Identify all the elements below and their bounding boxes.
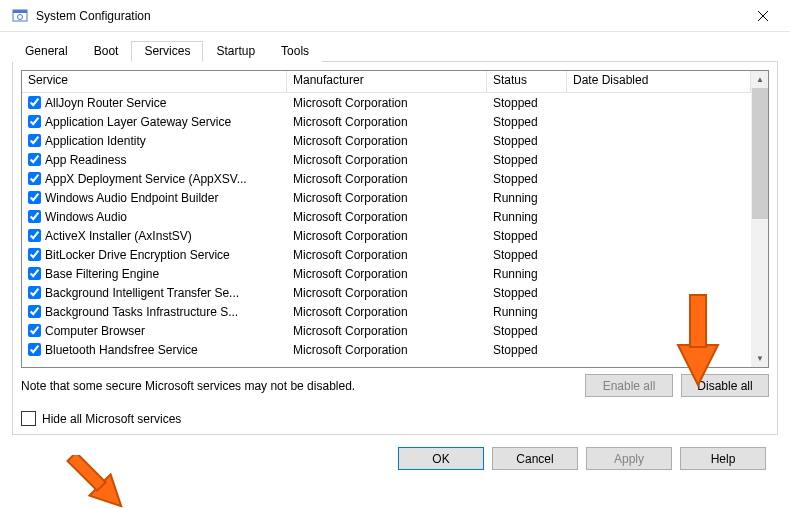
manufacturer-cell: Microsoft Corporation [287,96,487,110]
help-button[interactable]: Help [680,447,766,470]
service-checkbox[interactable] [28,191,41,204]
status-cell: Stopped [487,343,567,357]
status-cell: Running [487,210,567,224]
table-row[interactable]: Windows Audio Endpoint BuilderMicrosoft … [22,188,751,207]
service-checkbox[interactable] [28,115,41,128]
scroll-up-icon[interactable]: ▲ [752,71,768,88]
disable-all-button[interactable]: Disable all [681,374,769,397]
tab-startup[interactable]: Startup [203,41,268,62]
status-cell: Stopped [487,115,567,129]
cancel-button[interactable]: Cancel [492,447,578,470]
scrollbar-vertical[interactable]: ▲ ▼ [751,71,768,367]
window-title: System Configuration [36,9,740,23]
service-name: Application Identity [45,134,146,148]
table-row[interactable]: Base Filtering EngineMicrosoft Corporati… [22,264,751,283]
service-name: Application Layer Gateway Service [45,115,231,129]
service-name: Background Tasks Infrastructure S... [45,305,238,319]
manufacturer-cell: Microsoft Corporation [287,134,487,148]
listview-header: Service Manufacturer Status Date Disable… [22,71,751,93]
column-header-status[interactable]: Status [487,71,567,93]
tab-panel-services: Service Manufacturer Status Date Disable… [12,62,778,435]
service-checkbox[interactable] [28,324,41,337]
service-checkbox[interactable] [28,210,41,223]
apply-button[interactable]: Apply [586,447,672,470]
service-checkbox[interactable] [28,267,41,280]
service-checkbox[interactable] [28,305,41,318]
service-checkbox[interactable] [28,248,41,261]
svg-rect-1 [13,10,27,13]
column-header-date-disabled[interactable]: Date Disabled [567,71,751,93]
table-row[interactable]: App ReadinessMicrosoft CorporationStoppe… [22,150,751,169]
scroll-thumb[interactable] [752,88,768,219]
service-name: AppX Deployment Service (AppXSV... [45,172,247,186]
status-cell: Stopped [487,248,567,262]
service-name: Windows Audio Endpoint Builder [45,191,218,205]
table-row[interactable]: Background Intelligent Transfer Se...Mic… [22,283,751,302]
table-row[interactable]: BitLocker Drive Encryption ServiceMicros… [22,245,751,264]
service-name: Background Intelligent Transfer Se... [45,286,239,300]
manufacturer-cell: Microsoft Corporation [287,286,487,300]
table-row[interactable]: Background Tasks Infrastructure S...Micr… [22,302,751,321]
tab-boot[interactable]: Boot [81,41,132,62]
table-row[interactable]: ActiveX Installer (AxInstSV)Microsoft Co… [22,226,751,245]
manufacturer-cell: Microsoft Corporation [287,305,487,319]
manufacturer-cell: Microsoft Corporation [287,248,487,262]
manufacturer-cell: Microsoft Corporation [287,343,487,357]
service-name: Windows Audio [45,210,127,224]
manufacturer-cell: Microsoft Corporation [287,267,487,281]
service-name: AllJoyn Router Service [45,96,166,110]
enable-all-button[interactable]: Enable all [585,374,673,397]
table-row[interactable]: AllJoyn Router ServiceMicrosoft Corporat… [22,93,751,112]
status-cell: Stopped [487,172,567,186]
table-row[interactable]: Application IdentityMicrosoft Corporatio… [22,131,751,150]
service-checkbox[interactable] [28,172,41,185]
note-text: Note that some secure Microsoft services… [21,379,577,393]
service-checkbox[interactable] [28,343,41,356]
status-cell: Stopped [487,153,567,167]
status-cell: Stopped [487,134,567,148]
tab-tools[interactable]: Tools [268,41,322,62]
status-cell: Stopped [487,286,567,300]
close-button[interactable] [740,0,786,32]
status-cell: Stopped [487,229,567,243]
column-header-service[interactable]: Service [22,71,287,93]
scroll-down-icon[interactable]: ▼ [752,350,768,367]
hide-ms-services-label[interactable]: Hide all Microsoft services [42,412,181,426]
status-cell: Running [487,305,567,319]
service-name: Bluetooth Handsfree Service [45,343,198,357]
table-row[interactable]: Computer BrowserMicrosoft CorporationSto… [22,321,751,340]
service-checkbox[interactable] [28,96,41,109]
service-name: BitLocker Drive Encryption Service [45,248,230,262]
service-checkbox[interactable] [28,153,41,166]
service-checkbox[interactable] [28,286,41,299]
service-name: Base Filtering Engine [45,267,159,281]
tab-strip: General Boot Services Startup Tools [12,40,778,62]
status-cell: Running [487,191,567,205]
app-icon [12,8,28,24]
hide-ms-services-checkbox[interactable] [21,411,36,426]
tab-services[interactable]: Services [131,41,203,62]
table-row[interactable]: Windows AudioMicrosoft CorporationRunnin… [22,207,751,226]
table-row[interactable]: AppX Deployment Service (AppXSV...Micros… [22,169,751,188]
table-row[interactable]: Application Layer Gateway ServiceMicroso… [22,112,751,131]
service-name: Computer Browser [45,324,145,338]
status-cell: Stopped [487,324,567,338]
ok-button[interactable]: OK [398,447,484,470]
manufacturer-cell: Microsoft Corporation [287,172,487,186]
service-name: ActiveX Installer (AxInstSV) [45,229,192,243]
titlebar: System Configuration [0,0,790,32]
manufacturer-cell: Microsoft Corporation [287,115,487,129]
status-cell: Stopped [487,96,567,110]
status-cell: Running [487,267,567,281]
manufacturer-cell: Microsoft Corporation [287,229,487,243]
service-checkbox[interactable] [28,134,41,147]
manufacturer-cell: Microsoft Corporation [287,210,487,224]
service-checkbox[interactable] [28,229,41,242]
service-name: App Readiness [45,153,126,167]
manufacturer-cell: Microsoft Corporation [287,153,487,167]
tab-general[interactable]: General [12,41,81,62]
table-row[interactable]: Bluetooth Handsfree ServiceMicrosoft Cor… [22,340,751,359]
services-listview: Service Manufacturer Status Date Disable… [21,70,769,368]
column-header-manufacturer[interactable]: Manufacturer [287,71,487,93]
manufacturer-cell: Microsoft Corporation [287,191,487,205]
